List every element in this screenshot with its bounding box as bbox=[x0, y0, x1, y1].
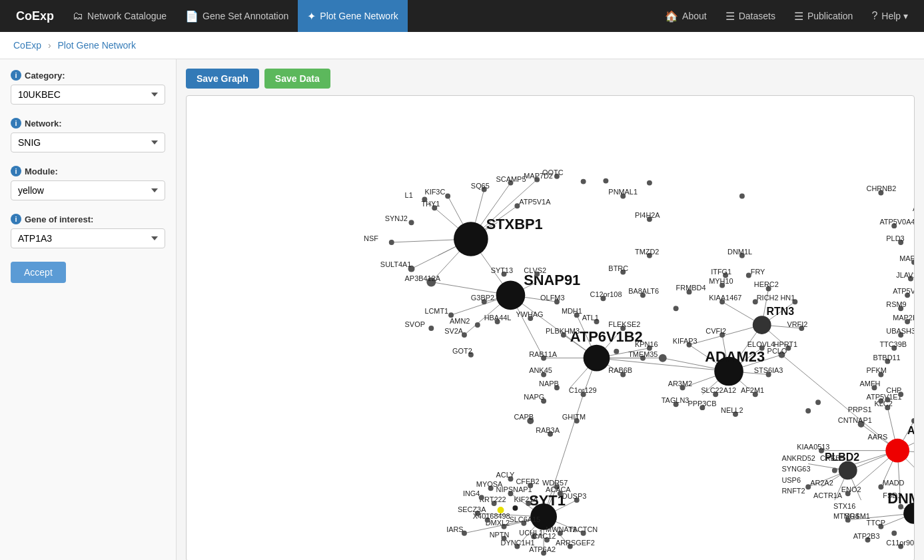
svg-point-84[interactable] bbox=[409, 220, 414, 225]
svg-text:THY1: THY1 bbox=[421, 200, 440, 208]
atp6v1b2-label: ATP6V1B2 bbox=[570, 328, 643, 345]
module-select[interactable]: yellow bbox=[11, 180, 165, 200]
publication-icon: ☰ bbox=[794, 10, 803, 23]
svg-point-263[interactable] bbox=[512, 505, 518, 511]
rtn3-node[interactable] bbox=[753, 316, 771, 334]
module-field: i Module: yellow bbox=[11, 166, 165, 200]
svg-point-204[interactable] bbox=[898, 504, 903, 509]
svg-point-88[interactable] bbox=[445, 193, 450, 198]
save-graph-button[interactable]: Save Graph bbox=[186, 69, 259, 89]
svg-text:GOT2: GOT2 bbox=[452, 347, 472, 355]
gene-select[interactable]: ATP1A3 bbox=[11, 228, 165, 248]
svg-text:CNTNAP1: CNTNAP1 bbox=[838, 416, 872, 424]
nav-help[interactable]: ? Help ▾ bbox=[862, 0, 917, 32]
svg-text:BA8ALT6: BA8ALT6 bbox=[628, 287, 659, 295]
svg-text:ATP5V0A4: ATP5V0A4 bbox=[879, 218, 914, 226]
svg-text:ACTR1A: ACTR1A bbox=[813, 491, 843, 499]
svg-text:STS6IA3: STS6IA3 bbox=[754, 367, 783, 375]
svg-text:BTRC: BTRC bbox=[608, 264, 628, 272]
stxbp1-node[interactable] bbox=[454, 222, 488, 256]
svg-point-197[interactable] bbox=[911, 418, 914, 423]
nav-about[interactable]: 🏠 About bbox=[656, 0, 716, 32]
network-catalogue-icon: 🗂 bbox=[73, 10, 83, 22]
svg-point-82[interactable] bbox=[389, 240, 394, 245]
network-field: i Network: SNIG bbox=[11, 118, 165, 152]
stxbp1-label: STXBP1 bbox=[486, 216, 543, 232]
svg-text:KPN16: KPN16 bbox=[635, 340, 658, 348]
svg-text:X40168498: X40168498 bbox=[473, 512, 510, 520]
svg-point-341[interactable] bbox=[815, 400, 821, 405]
nav-network-catalogue[interactable]: 🗂 Network Catalogue bbox=[63, 0, 176, 32]
svg-text:RICH2: RICH2 bbox=[757, 294, 779, 302]
svg-point-110[interactable] bbox=[475, 322, 480, 328]
sidebar: i Category: 10UKBEC i Network: SNIG i Mo… bbox=[0, 59, 177, 560]
svg-point-114[interactable] bbox=[428, 326, 434, 331]
svg-text:SVOP: SVOP bbox=[405, 320, 425, 328]
nav-gene-set-annotation[interactable]: 📄 Gene Set Annotation bbox=[176, 0, 298, 32]
svg-point-352[interactable] bbox=[614, 349, 619, 354]
gene-label: i Gene of interest: bbox=[11, 214, 165, 224]
gene-set-annotation-icon: 📄 bbox=[185, 10, 199, 23]
svg-text:MYH10: MYH10 bbox=[709, 277, 733, 285]
svg-text:C11or90: C11or90 bbox=[886, 539, 914, 547]
svg-point-206[interactable] bbox=[832, 467, 837, 473]
save-data-button[interactable]: Save Data bbox=[264, 69, 330, 89]
svg-text:AMFH: AMFH bbox=[860, 380, 881, 388]
graph-toolbar: Save Graph Save Data bbox=[186, 69, 915, 89]
svg-point-303[interactable] bbox=[603, 178, 608, 184]
svg-point-340[interactable] bbox=[805, 408, 811, 414]
svg-text:SULT4A1: SULT4A1 bbox=[380, 260, 411, 268]
svg-text:CLVS2: CLVS2 bbox=[524, 266, 546, 274]
svg-text:UBASH3B: UBASH3B bbox=[886, 327, 914, 335]
breadcrumb-home[interactable]: CoExp bbox=[13, 40, 41, 51]
svg-text:MAP0K4: MAP0K4 bbox=[899, 254, 914, 262]
svg-text:RNFT2: RNFT2 bbox=[781, 487, 805, 495]
svg-text:SYT13: SYT13 bbox=[491, 266, 513, 274]
svg-text:CAPB: CAPB bbox=[514, 413, 534, 421]
svg-text:MDH1: MDH1 bbox=[562, 307, 582, 315]
svg-point-176[interactable] bbox=[659, 354, 667, 362]
svg-text:USP6: USP6 bbox=[781, 476, 801, 484]
svg-text:SLC6A15: SLC6A15 bbox=[509, 515, 540, 523]
gene-network-svg: .gene-label { font-family: Arial, sans-s… bbox=[187, 96, 914, 560]
nav-publication[interactable]: ☰ Publication bbox=[785, 0, 863, 32]
nav-datasets[interactable]: ☰ Datasets bbox=[716, 0, 785, 32]
svg-point-305[interactable] bbox=[739, 193, 745, 198]
navbar: CoExp 🗂 Network Catalogue 📄 Gene Set Ann… bbox=[0, 0, 924, 32]
network-select[interactable]: SNIG bbox=[11, 133, 165, 152]
svg-text:AR2A2: AR2A2 bbox=[810, 479, 833, 487]
svg-point-353[interactable] bbox=[674, 306, 679, 311]
accept-button[interactable]: Accept bbox=[11, 262, 66, 283]
atp6v1b2-node[interactable] bbox=[584, 345, 610, 372]
svg-text:TMZD2: TMZD2 bbox=[635, 248, 659, 256]
svg-text:ANKRD52: ANKRD52 bbox=[781, 454, 815, 462]
svg-text:OLFM3: OLFM3 bbox=[540, 294, 564, 302]
svg-text:CVFI2: CVFI2 bbox=[705, 327, 726, 335]
breadcrumb: CoExp › Plot Gene Network bbox=[0, 32, 924, 59]
breadcrumb-separator: › bbox=[48, 40, 51, 51]
nav-plot-gene-network[interactable]: ✦ Plot Gene Network bbox=[298, 0, 408, 32]
snap91-node[interactable] bbox=[496, 281, 526, 310]
svg-text:SV2A: SV2A bbox=[444, 327, 464, 335]
svg-text:ING4: ING4 bbox=[463, 489, 480, 497]
svg-text:NAPG: NAPG bbox=[524, 393, 544, 401]
svg-text:RAB6B: RAB6B bbox=[608, 367, 632, 375]
plbd2-node[interactable] bbox=[839, 461, 857, 480]
svg-text:CHRNB2: CHRNB2 bbox=[867, 185, 897, 193]
brand-logo[interactable]: CoExp bbox=[7, 9, 63, 23]
svg-point-304[interactable] bbox=[647, 180, 652, 186]
svg-text:PLBKHM3: PLBKHM3 bbox=[546, 327, 580, 335]
atp1a3-node[interactable] bbox=[885, 439, 909, 463]
svg-text:L1: L1 bbox=[405, 191, 413, 199]
svg-point-336[interactable] bbox=[885, 397, 890, 402]
category-select[interactable]: 10UKBEC bbox=[11, 85, 165, 105]
svg-text:ANK45: ANK45 bbox=[529, 367, 552, 375]
svg-text:NSF: NSF bbox=[364, 234, 378, 242]
svg-text:SLC22A12: SLC22A12 bbox=[701, 386, 736, 394]
svg-point-302[interactable] bbox=[581, 179, 586, 184]
svg-text:G3BP2: G3BP2 bbox=[471, 294, 494, 302]
svg-text:NAPB: NAPB bbox=[539, 380, 559, 388]
svg-point-237[interactable] bbox=[891, 531, 897, 536]
svg-text:NELL2: NELL2 bbox=[721, 406, 743, 414]
help-icon: ? bbox=[871, 10, 877, 22]
